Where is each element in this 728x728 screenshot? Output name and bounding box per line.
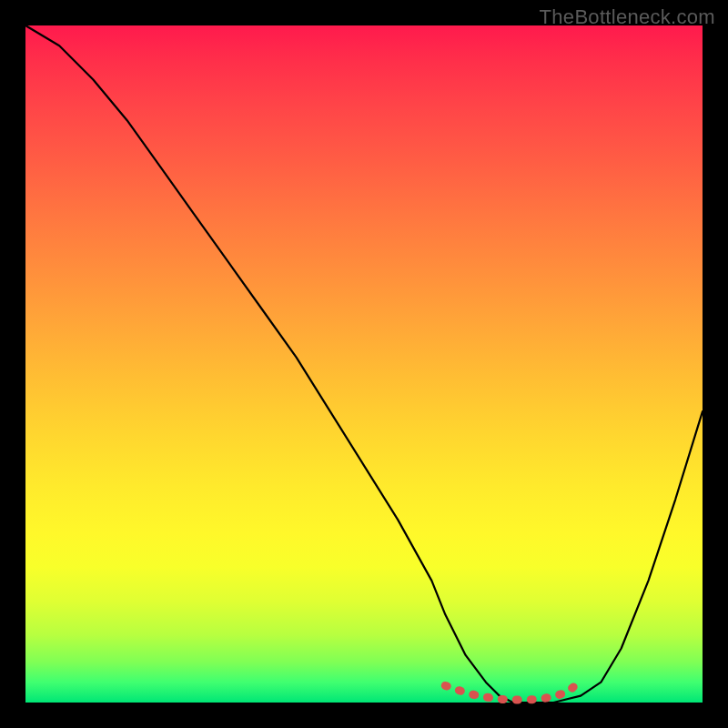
optimal-range-highlight (445, 681, 581, 700)
watermark-text: TheBottleneck.com (540, 5, 715, 29)
chart-plot-area (25, 25, 703, 703)
chart-svg (25, 25, 703, 703)
bottleneck-curve-path (25, 25, 703, 703)
